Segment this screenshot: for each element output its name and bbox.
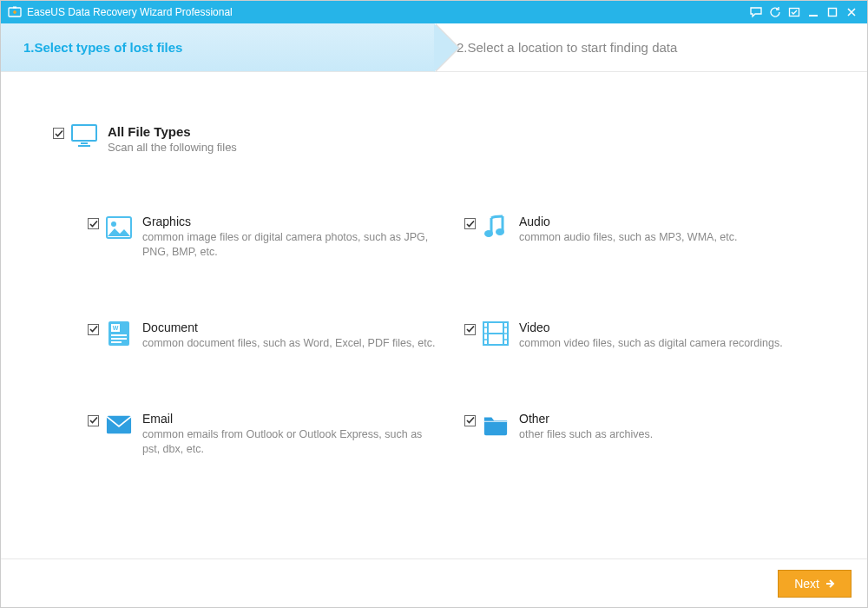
step-1-label: 1.Select types of lost files — [23, 40, 182, 55]
option-graphics: Graphics common image files or digital c… — [88, 215, 438, 260]
other-title: Other — [519, 412, 653, 426]
option-video: Video common video files, such as digita… — [464, 321, 815, 351]
svg-text:W: W — [113, 325, 119, 331]
other-desc: other files such as archives. — [519, 427, 653, 442]
video-icon — [483, 321, 509, 347]
checkbox-audio[interactable] — [464, 218, 476, 229]
monitor-icon — [71, 124, 97, 147]
maximize-button[interactable] — [824, 3, 841, 21]
checkbox-document[interactable] — [88, 324, 99, 335]
video-desc: common video files, such as digital came… — [519, 336, 783, 351]
minimize-button[interactable] — [805, 3, 822, 21]
folder-icon — [483, 412, 509, 438]
update-icon[interactable] — [766, 3, 784, 21]
close-button[interactable] — [843, 3, 860, 21]
checkbox-graphics[interactable] — [88, 218, 99, 229]
feedback-icon[interactable] — [747, 3, 765, 21]
graphics-title: Graphics — [142, 215, 437, 228]
video-title: Video — [519, 321, 783, 334]
email-desc: common emails from Outlook or Outlook Ex… — [142, 427, 437, 457]
svg-rect-28 — [107, 415, 131, 433]
svg-point-11 — [496, 228, 504, 235]
checkbox-video[interactable] — [464, 324, 476, 335]
document-icon: W — [106, 321, 132, 347]
checkbox-all[interactable] — [53, 128, 64, 139]
option-audio: Audio common audio files, such as MP3, W… — [464, 215, 815, 260]
document-title: Document — [142, 321, 435, 334]
svg-rect-3 — [809, 15, 818, 17]
step-1: 1.Select types of lost files — [1, 23, 434, 71]
arrow-right-icon — [825, 578, 835, 589]
audio-icon — [483, 215, 509, 241]
svg-rect-15 — [111, 334, 127, 336]
app-icon — [8, 5, 22, 19]
graphics-icon — [106, 215, 132, 241]
svg-rect-2 — [790, 9, 799, 17]
svg-rect-17 — [111, 341, 122, 343]
app-title: EaseUS Data Recovery Wizard Professional — [27, 6, 233, 18]
step-2[interactable]: 2.Select a location to start finding dat… — [434, 23, 867, 71]
checkbox-other[interactable] — [464, 415, 476, 426]
footer: Next — [1, 558, 867, 607]
all-title: All File Types — [108, 124, 237, 139]
option-email: Email common emails from Outlook or Outl… — [88, 412, 438, 457]
menu-icon[interactable] — [786, 3, 803, 21]
email-icon — [106, 412, 132, 438]
svg-rect-4 — [829, 9, 837, 17]
option-other: Other other files such as archives. — [464, 412, 815, 457]
svg-rect-16 — [111, 338, 127, 340]
svg-point-10 — [484, 230, 493, 237]
next-button[interactable]: Next — [778, 570, 852, 598]
graphics-desc: common image files or digital camera pho… — [142, 230, 437, 260]
svg-rect-7 — [78, 145, 90, 147]
document-desc: common document files, such as Word, Exc… — [142, 336, 435, 351]
all-subtitle: Scan all the following files — [108, 141, 237, 154]
audio-title: Audio — [519, 215, 737, 228]
svg-rect-1 — [13, 7, 16, 9]
email-title: Email — [142, 412, 437, 426]
option-document: W Document common document files, such a… — [88, 321, 438, 351]
next-label: Next — [794, 577, 819, 591]
svg-rect-5 — [72, 125, 96, 141]
svg-point-9 — [111, 221, 116, 227]
wizard-steps: 1.Select types of lost files 2.Select a … — [1, 23, 867, 72]
option-all-file-types: All File Types Scan all the following fi… — [53, 124, 815, 154]
svg-rect-6 — [81, 142, 88, 144]
audio-desc: common audio files, such as MP3, WMA, et… — [519, 230, 737, 245]
step-2-label: 2.Select a location to start finding dat… — [457, 40, 677, 55]
content-area: All File Types Scan all the following fi… — [1, 72, 867, 456]
titlebar: EaseUS Data Recovery Wizard Professional — [1, 1, 867, 23]
checkbox-email[interactable] — [88, 415, 99, 426]
